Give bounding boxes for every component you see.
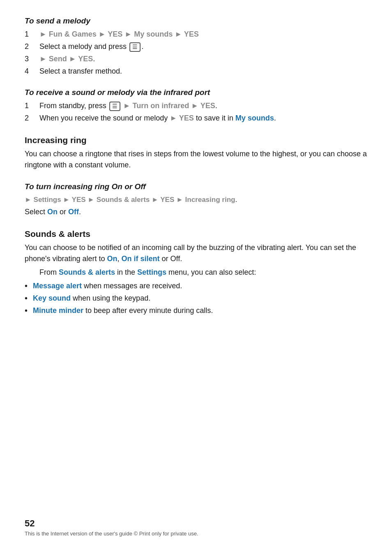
receive-step2-num: 2 [25, 113, 39, 123]
section-turn-increasing: To turn increasing ring On or Off ► Sett… [25, 182, 367, 218]
receive-melody-title: To receive a sound or melody via the inf… [25, 88, 367, 97]
turn-increasing-select: Select On or Off. [25, 206, 367, 218]
step2-content: Select a melody and press ☰. [39, 41, 367, 52]
turn-increasing-title: To turn increasing ring On or Off [25, 182, 367, 191]
bullet-dot-2: • [25, 293, 33, 303]
send-melody-step4: 4 Select a transfer method. [25, 66, 367, 76]
turn-increasing-path: ► Settings ► YES ► Sounds & alerts ► YES… [25, 195, 367, 205]
step2-num: 2 [25, 41, 39, 52]
step3-num: 3 [25, 53, 39, 64]
page-number: 52 [25, 518, 367, 529]
page-content: To send a melody 1 ► Fun & Games ► YES ►… [25, 16, 367, 316]
receive-step1-content: From standby, press ☰ ► Turn on infrared… [39, 100, 367, 111]
page-footer: 52 This is the Internet version of the u… [0, 518, 392, 537]
step1-content: ► Fun & Games ► YES ► My sounds ► YES [39, 29, 367, 39]
receive-step1: 1 From standby, press ☰ ► Turn on infrar… [25, 100, 367, 111]
receive-step1-gray: ► Turn on infrared ► YES [123, 102, 215, 110]
minute-minder-label: Minute minder [33, 306, 83, 315]
select-off: Off [68, 208, 79, 216]
bullet-3-content: Minute minder to beep after every minute… [33, 305, 213, 316]
bullet-item-2: • Key sound when using the keypad. [25, 293, 367, 303]
send-melody-list: 1 ► Fun & Games ► YES ► My sounds ► YES … [25, 29, 367, 76]
section-send-melody: To send a melody 1 ► Fun & Games ► YES ►… [25, 16, 367, 76]
step4-content: Select a transfer method. [39, 66, 367, 76]
sounds-alerts-title: Sounds & alerts [25, 229, 367, 239]
step3-gray: ► Send ► YES [39, 55, 93, 63]
send-melody-step2: 2 Select a melody and press ☰. [25, 41, 367, 52]
receive-step1-num: 1 [25, 100, 39, 111]
step2-icon: ☰ [129, 42, 141, 52]
bullet-dot-1: • [25, 280, 33, 291]
receive-melody-list: 1 From standby, press ☰ ► Turn on infrar… [25, 100, 367, 123]
section-increasing-ring: Increasing ring You can choose a rington… [25, 135, 367, 171]
key-sound-label: Key sound [33, 294, 71, 302]
receive-step2-content: When you receive the sound or melody ► Y… [39, 113, 367, 123]
send-melody-title: To send a melody [25, 16, 367, 25]
bullet-dot-3: • [25, 305, 33, 316]
step2-plain: Select a melody and press [39, 42, 129, 51]
receive-step2-gray: ► YES [170, 114, 194, 122]
send-melody-step1: 1 ► Fun & Games ► YES ► My sounds ► YES [25, 29, 367, 39]
footer-note: This is the Internet version of the user… [25, 530, 367, 537]
section-sounds-alerts: Sounds & alerts You can choose to be not… [25, 229, 367, 316]
receive-step1-icon: ☰ [109, 102, 120, 111]
receive-step2-blue: My sounds [235, 114, 274, 122]
sounds-alerts-body2: From Sounds & alerts in the Settings men… [25, 267, 367, 278]
bullet-item-3: • Minute minder to beep after every minu… [25, 305, 367, 316]
step1-num: 1 [25, 29, 39, 39]
sounds-alerts-body1: You can choose to be notified of an inco… [25, 242, 367, 264]
body1-blue2: On if silent [122, 255, 160, 263]
bullet-list: • Message alert when messages are receiv… [25, 280, 367, 316]
step4-num: 4 [25, 66, 39, 76]
step3-content: ► Send ► YES. [39, 53, 367, 64]
section-receive-melody: To receive a sound or melody via the inf… [25, 88, 367, 123]
message-alert-label: Message alert [33, 282, 82, 290]
turn-increasing-gray: ► Settings ► YES ► Sounds & alerts ► YES… [25, 196, 235, 204]
bullet-2-content: Key sound when using the keypad. [33, 293, 150, 303]
receive-step2: 2 When you receive the sound or melody ►… [25, 113, 367, 123]
increasing-ring-title: Increasing ring [25, 135, 367, 145]
body1-blue1: On [107, 255, 118, 263]
bullet-item-1: • Message alert when messages are receiv… [25, 280, 367, 291]
body2-blue2: Settings [137, 268, 166, 276]
body2-blue1: Sounds & alerts [59, 268, 115, 276]
bullet-1-content: Message alert when messages are received… [33, 280, 182, 291]
step1-gray: ► Fun & Games ► YES ► My sounds ► YES [39, 30, 199, 38]
select-on: On [47, 208, 58, 216]
increasing-ring-body: You can choose a ringtone that rises in … [25, 148, 367, 171]
send-melody-step3: 3 ► Send ► YES. [25, 53, 367, 64]
